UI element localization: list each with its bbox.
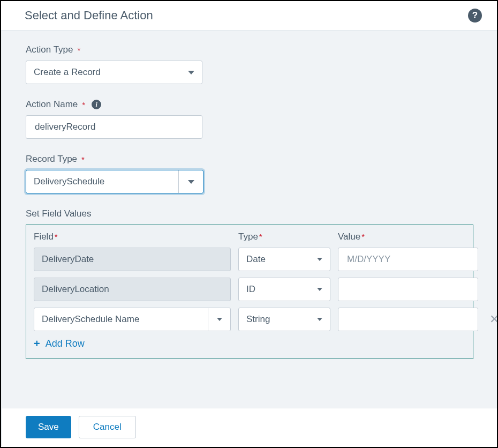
record-type-caret[interactable] <box>178 170 203 193</box>
plus-icon: + <box>34 338 40 350</box>
value-cell[interactable] <box>338 248 478 271</box>
set-field-values-table: Field* Type* Value* DeliveryDate <box>26 225 473 359</box>
value-cell[interactable] <box>338 278 478 301</box>
action-name-input-wrap <box>26 115 202 139</box>
dialog-header: Select and Define Action ? <box>1 1 497 30</box>
action-type-value: Create a Record <box>34 67 101 78</box>
table-row: DeliverySchedule Name String ✕ <box>34 308 465 331</box>
help-icon[interactable]: ? <box>468 9 482 23</box>
record-type-value: DeliverySchedule <box>26 170 178 193</box>
field-cell-text: DeliveryDate <box>42 254 94 265</box>
chevron-down-icon <box>317 318 322 321</box>
type-cell-select[interactable]: String <box>238 308 330 331</box>
type-cell-select[interactable]: ID <box>238 278 330 301</box>
action-name-input[interactable] <box>34 121 194 133</box>
dialog-window: Select and Define Action ? Action Type *… <box>0 0 498 448</box>
value-cell[interactable] <box>338 308 478 331</box>
field-cell-text: DeliveryLocation <box>42 284 109 295</box>
add-row-label: Add Row <box>46 338 85 349</box>
table-header-row: Field* Type* Value* <box>34 232 465 242</box>
required-mark: * <box>82 100 85 109</box>
field-cell-caret[interactable] <box>208 308 230 331</box>
type-cell-text: ID <box>246 284 255 295</box>
type-cell-text: String <box>246 314 270 325</box>
value-input[interactable] <box>346 313 470 325</box>
table-row: DeliveryDate Date <box>34 248 465 271</box>
chevron-down-icon <box>188 180 194 184</box>
chevron-down-icon <box>317 288 322 291</box>
dialog-footer: Save Cancel <box>2 408 497 446</box>
field-cell: DeliveryLocation <box>34 278 231 301</box>
action-type-label: Action Type * <box>26 44 473 55</box>
chevron-down-icon <box>217 318 222 321</box>
col-value: Value* <box>338 232 478 242</box>
cancel-button[interactable]: Cancel <box>79 416 136 438</box>
label-text: Action Type <box>26 44 73 55</box>
record-type-block: Record Type * DeliverySchedule <box>26 154 473 193</box>
col-field: Field* <box>34 232 231 242</box>
add-row-button[interactable]: + Add Row <box>34 338 465 350</box>
save-button[interactable]: Save <box>26 416 71 438</box>
chevron-down-icon <box>188 71 194 74</box>
info-icon[interactable]: i <box>92 100 101 109</box>
dialog-body: Action Type * Create a Record Action Nam… <box>1 30 497 446</box>
record-type-label: Record Type * <box>26 154 473 165</box>
set-field-values-label: Set Field Values <box>26 208 473 219</box>
required-mark: * <box>78 46 81 55</box>
type-cell-select[interactable]: Date <box>238 248 330 271</box>
action-name-label: Action Name * i <box>26 99 473 110</box>
field-cell: DeliveryDate <box>34 248 231 271</box>
remove-row-button[interactable]: ✕ <box>486 308 498 331</box>
dialog-title: Select and Define Action <box>25 9 153 23</box>
action-type-select[interactable]: Create a Record <box>26 61 202 84</box>
table-row: DeliveryLocation ID <box>34 278 465 301</box>
record-type-combobox[interactable]: DeliverySchedule <box>26 170 203 193</box>
action-type-block: Action Type * Create a Record <box>26 44 473 84</box>
type-cell-text: Date <box>246 254 266 265</box>
action-name-block: Action Name * i <box>26 99 473 139</box>
label-text: Action Name <box>26 99 78 110</box>
required-mark: * <box>81 155 85 164</box>
value-input[interactable] <box>346 253 470 265</box>
chevron-down-icon <box>317 258 322 261</box>
label-text: Record Type <box>26 154 77 165</box>
field-cell-text: DeliverySchedule Name <box>34 314 208 325</box>
col-type: Type* <box>238 232 330 242</box>
field-cell-select[interactable]: DeliverySchedule Name <box>34 308 231 331</box>
value-input[interactable] <box>346 283 470 295</box>
